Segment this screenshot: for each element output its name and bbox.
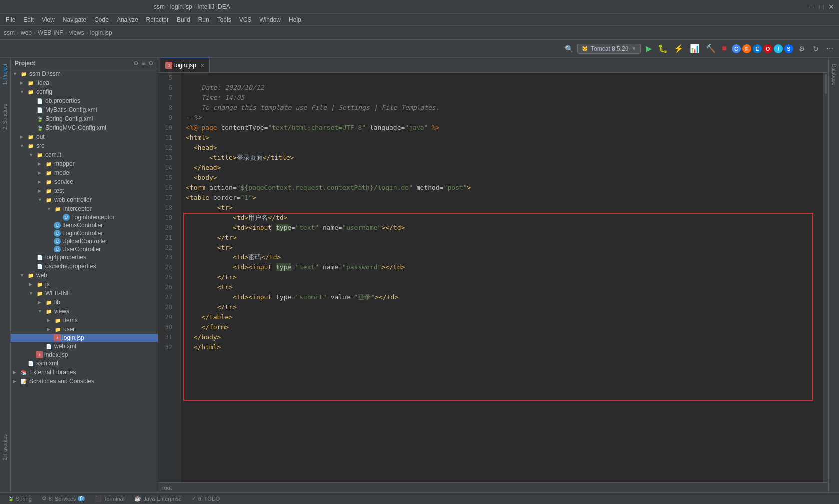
scrollbar-right[interactable]: [823, 73, 828, 482]
tree-item-mapper[interactable]: ▶ 📁 mapper: [11, 159, 158, 168]
safari-icon[interactable]: S: [784, 44, 793, 53]
tree-item-test[interactable]: ▶ 📁 test: [11, 186, 158, 195]
tree-item-spring[interactable]: ▶ 🍃 Spring-Config.xml: [11, 114, 158, 123]
settings-gear-icon[interactable]: ⚙: [133, 60, 139, 67]
tree-item-views[interactable]: ▼ 📁 views: [11, 307, 158, 316]
settings-icon[interactable]: ⚙: [796, 43, 807, 54]
tree-item-ssm[interactable]: ▼ 📁 ssm D:\ssm: [11, 69, 158, 78]
stop-button[interactable]: ■: [720, 43, 729, 54]
run-config-dropdown-icon[interactable]: ▼: [631, 46, 636, 51]
tab-close-loginjsp[interactable]: ✕: [200, 63, 204, 68]
breadcrumb-web[interactable]: web: [21, 29, 32, 36]
structure-tab[interactable]: 2: Structure: [1, 100, 9, 134]
menu-view[interactable]: View: [38, 15, 59, 24]
menu-run[interactable]: Run: [194, 15, 213, 24]
services-tab[interactable]: ⚙ 8: Services 8: [38, 494, 89, 503]
menu-tools[interactable]: Tools: [213, 15, 235, 24]
ssmxml-icon: 📄: [27, 359, 35, 367]
menu-refactor[interactable]: Refactor: [142, 15, 173, 24]
opera-icon[interactable]: O: [763, 44, 772, 53]
tree-item-user-folder[interactable]: ▶ 📁 user: [11, 325, 158, 334]
sidebar-settings-icon[interactable]: ⚙: [148, 60, 154, 67]
tree-item-indexjsp[interactable]: ▶ J index.jsp: [11, 351, 158, 359]
firefox-icon[interactable]: F: [742, 44, 751, 53]
tree-item-comit[interactable]: ▼ 📁 com.it: [11, 150, 158, 159]
todo-tab[interactable]: ✓ 6: TODO: [188, 494, 224, 503]
minimize-button[interactable]: ─: [807, 3, 815, 11]
tree-item-web[interactable]: ▼ 📁 web: [11, 271, 158, 280]
terminal-tab[interactable]: ⬛ Terminal: [91, 494, 129, 503]
more-icon[interactable]: ⋯: [824, 43, 835, 54]
project-tab[interactable]: 1: Project: [1, 60, 9, 89]
tree-item-ssmxml[interactable]: ▶ 📄 ssm.xml: [11, 359, 158, 368]
chrome-icon[interactable]: C: [732, 44, 741, 53]
tree-item-usercontroller[interactable]: ▶ C UserController: [11, 245, 158, 253]
menu-code[interactable]: Code: [90, 15, 113, 24]
sidebar-icons: ⚙ ≡ ⚙: [133, 60, 154, 67]
run-config[interactable]: 🐱 Tomcat 8.5.29 ▼: [577, 44, 641, 54]
tree-label-ssmxml: ssm.xml: [36, 360, 58, 367]
breadcrumb-webinf[interactable]: WEB-INF: [38, 29, 63, 36]
menu-file[interactable]: File: [2, 15, 19, 24]
menu-analyze[interactable]: Analyze: [113, 15, 142, 24]
tree-item-uploadcontroller[interactable]: ▶ C UploadController: [11, 237, 158, 245]
breadcrumb-ssm[interactable]: ssm: [4, 29, 15, 36]
tree-item-config[interactable]: ▼ 📁 config: [11, 87, 158, 96]
close-button[interactable]: ✕: [827, 3, 835, 11]
scrollbar-thumb[interactable]: [825, 74, 827, 94]
code-editor[interactable]: 5 6 7 8 9 10 11 12 13 14 15 16 17 18 19 …: [158, 73, 823, 482]
run-button[interactable]: ▶: [644, 43, 654, 54]
menu-build[interactable]: Build: [173, 15, 194, 24]
tree-item-springmvc[interactable]: ▶ 🍃 SpringMVC-Config.xml: [11, 123, 158, 132]
maximize-button[interactable]: □: [817, 3, 825, 11]
menu-vcs[interactable]: VCS: [235, 15, 256, 24]
tree-label-db-props: db.properties: [45, 97, 80, 104]
tree-item-oscache[interactable]: ▶ 📄 oscache.properties: [11, 262, 158, 271]
coverage-button[interactable]: ⚡: [672, 43, 686, 54]
menu-navigate[interactable]: Navigate: [59, 15, 90, 24]
tree-item-js[interactable]: ▶ 📁 js: [11, 280, 158, 289]
menu-edit[interactable]: Edit: [19, 15, 38, 24]
tree-item-logincontroller[interactable]: ▶ C LoginController: [11, 229, 158, 237]
services-label: 8: Services: [49, 496, 76, 502]
tree-item-external-libs[interactable]: ▶ 📚 External Libraries: [11, 368, 158, 377]
tree-item-src[interactable]: ▼ 📁 src: [11, 141, 158, 150]
tree-item-webxml[interactable]: ▶ 📄 web.xml: [11, 342, 158, 351]
tree-item-service[interactable]: ▶ 📁 service: [11, 177, 158, 186]
refresh-icon[interactable]: ↻: [810, 43, 821, 54]
build-button[interactable]: 🔨: [704, 43, 718, 54]
tree-item-idea[interactable]: ▶ 📁 .idea: [11, 78, 158, 87]
menu-help[interactable]: Help: [285, 15, 305, 24]
tree-item-logininterceptor[interactable]: ▶ C LoginInterceptor: [11, 213, 158, 221]
tree-item-items[interactable]: ▶ 📁 items: [11, 316, 158, 325]
breadcrumb-loginjsp[interactable]: login.jsp: [90, 29, 112, 36]
tree-label-webcontroller: web.controller: [54, 196, 92, 203]
database-tab[interactable]: Database: [829, 60, 839, 89]
tree-item-interceptor[interactable]: ▼ 📁 interceptor: [11, 204, 158, 213]
tree-item-out[interactable]: ▶ 📁 out: [11, 132, 158, 141]
tree-item-mybatis[interactable]: ▶ 📄 MyBatis-Config.xml: [11, 105, 158, 114]
tab-label-loginjsp: login.jsp: [174, 62, 196, 69]
tree-item-model[interactable]: ▶ 📁 model: [11, 168, 158, 177]
debug-button[interactable]: 🐛: [656, 43, 670, 54]
tree-item-webcontroller[interactable]: ▼ 📁 web.controller: [11, 195, 158, 204]
tree-item-itemscontroller[interactable]: ▶ C ItemsController: [11, 221, 158, 229]
tab-loginjsp[interactable]: J login.jsp ✕: [160, 58, 210, 72]
search-icon[interactable]: 🔍: [563, 43, 574, 54]
collapse-icon[interactable]: ≡: [142, 60, 145, 67]
tree-item-log4j[interactable]: ▶ 📄 log4j.properties: [11, 253, 158, 262]
menu-window[interactable]: Window: [255, 15, 285, 24]
ie-icon[interactable]: I: [774, 44, 783, 53]
tree-item-db-props[interactable]: ▶ 📄 db.properties: [11, 96, 158, 105]
tree-item-loginjsp[interactable]: ▶ J login.jsp: [11, 334, 158, 342]
profile-button[interactable]: 📊: [688, 43, 702, 54]
java-enterprise-tab[interactable]: ☕ Java Enterprise: [130, 494, 185, 503]
breadcrumb-views[interactable]: views: [69, 29, 84, 36]
favorites-tab[interactable]: 2: Favorites: [1, 430, 9, 464]
tree-item-scratches[interactable]: ▶ 📝 Scratches and Consoles: [11, 377, 158, 386]
tree-item-lib[interactable]: ▶ 📁 lib: [11, 298, 158, 307]
edge-icon[interactable]: E: [753, 44, 762, 53]
code-content[interactable]: Date: 2020/10/12 Time: 14:05 To change t…: [181, 73, 823, 482]
spring-tab[interactable]: 🍃 Spring: [4, 495, 36, 503]
tree-item-webinf[interactable]: ▼ 📁 WEB-INF: [11, 289, 158, 298]
